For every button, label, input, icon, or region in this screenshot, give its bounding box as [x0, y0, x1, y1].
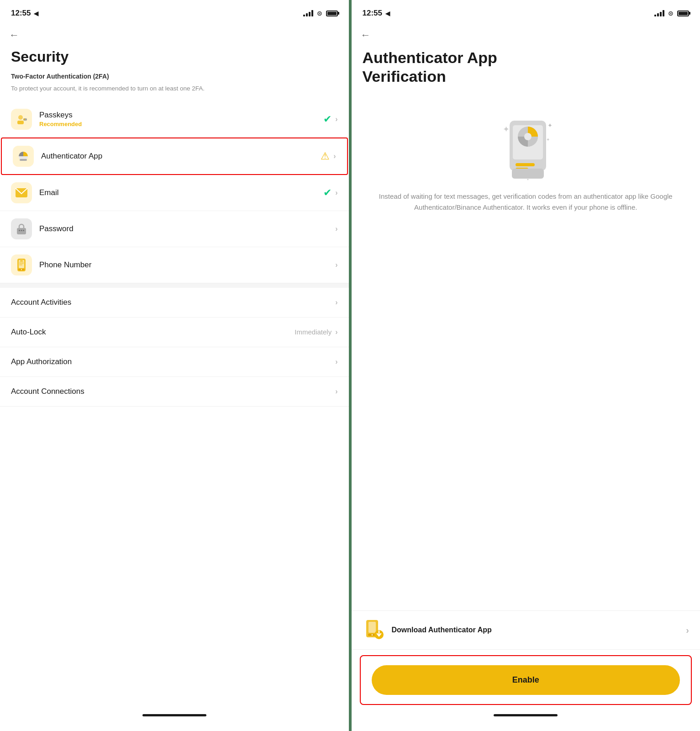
home-indicator-left — [142, 714, 206, 716]
svg-point-15 — [21, 269, 22, 270]
svg-text:✦: ✦ — [547, 122, 553, 129]
menu-item-auto-lock[interactable]: Auto-Lock Immediately › — [0, 318, 349, 347]
location-icon-left: ◀ — [34, 10, 38, 17]
svg-point-22 — [524, 133, 532, 140]
wifi-icon-left: ⊜ — [317, 10, 322, 17]
home-indicator-right — [494, 714, 558, 716]
authenticator-text: Authenticator App — [41, 152, 321, 161]
status-bar-left: 12:55 ◀ ⊜ — [0, 0, 349, 24]
phone-text: Phone Number — [39, 260, 335, 270]
battery-icon-right — [677, 11, 689, 16]
svg-rect-23 — [516, 163, 535, 166]
enable-button[interactable]: Enable — [372, 665, 680, 695]
account-connections-chevron: › — [335, 387, 337, 396]
svg-rect-8 — [19, 230, 20, 231]
password-icon — [11, 218, 32, 239]
menu-item-authenticator[interactable]: Authenticator App ⚠ › — [1, 138, 348, 175]
phone-title: Phone Number — [39, 260, 335, 270]
svg-point-3 — [24, 118, 25, 120]
svg-rect-31 — [368, 622, 376, 633]
battery-icon-left — [326, 11, 338, 16]
twofa-subtitle: To protect your account, it is recommend… — [0, 84, 349, 101]
menu-item-account-activities[interactable]: Account Activities › — [0, 288, 349, 318]
passkeys-chevron: › — [335, 115, 337, 123]
back-button-right[interactable]: ← — [352, 24, 700, 45]
status-icons-left: ⊜ — [303, 10, 338, 17]
svg-point-0 — [18, 115, 23, 120]
back-button-left[interactable]: ← — [0, 24, 349, 45]
signal-icon-left — [303, 10, 313, 16]
svg-rect-18 — [19, 265, 22, 265]
authenticator-icon — [13, 146, 34, 167]
svg-text:✦: ✦ — [503, 125, 510, 134]
menu-item-phone[interactable]: Phone Number › — [0, 247, 349, 283]
phone-chevron: › — [335, 261, 337, 269]
email-title: Email — [39, 188, 323, 197]
auth-description: Instead of waiting for text messages, ge… — [352, 180, 700, 227]
email-status-icon: ✔ — [323, 187, 332, 199]
wifi-icon-right: ⊜ — [668, 10, 674, 17]
passkeys-status-icon: ✔ — [323, 113, 332, 125]
section-divider-1 — [0, 283, 349, 288]
auto-lock-chevron: › — [335, 328, 337, 336]
download-icon — [363, 619, 384, 641]
status-time-right: 12:55 ◀ — [363, 9, 390, 18]
passkeys-title: Passkeys — [39, 111, 323, 120]
download-label: Download Authenticator App — [392, 626, 492, 634]
twofa-section-title: Two-Factor Authentication (2FA) — [0, 68, 349, 84]
page-title-right: Authenticator AppVerification — [352, 45, 700, 89]
menu-item-account-connections[interactable]: Account Connections › — [0, 377, 349, 407]
app-authorization-chevron: › — [335, 358, 337, 366]
phone-icon — [11, 254, 32, 275]
password-title: Password — [39, 224, 335, 233]
email-icon — [11, 182, 32, 203]
account-activities-chevron: › — [335, 298, 337, 307]
svg-point-33 — [371, 634, 373, 636]
security-panel: 12:55 ◀ ⊜ ← Security Two-Factor Authenti… — [0, 0, 352, 731]
authenticator-verification-panel: 12:55 ◀ ⊜ ← Authenticator AppVerificatio… — [352, 0, 700, 731]
status-bar-right: 12:55 ◀ ⊜ — [352, 0, 700, 24]
authenticator-title: Authenticator App — [41, 152, 321, 161]
passkeys-badge: Recommended — [39, 121, 323, 127]
svg-rect-1 — [17, 121, 24, 124]
auto-lock-label: Auto-Lock — [11, 328, 295, 337]
auth-illustration: ✦ ✦ ✦ — [352, 89, 700, 180]
menu-item-passkeys[interactable]: Passkeys Recommended ✔ › — [0, 101, 349, 138]
passkeys-text: Passkeys Recommended — [39, 111, 323, 127]
passkeys-icon — [11, 109, 32, 130]
email-chevron: › — [335, 189, 337, 197]
menu-item-password[interactable]: Password › — [0, 211, 349, 247]
svg-rect-9 — [21, 230, 22, 231]
email-text: Email — [39, 188, 323, 197]
authenticator-status-icon: ⚠ — [321, 150, 330, 162]
status-time-left: 12:55 ◀ — [11, 9, 38, 18]
svg-rect-5 — [20, 159, 27, 161]
location-icon-right: ◀ — [385, 10, 390, 17]
svg-rect-14 — [20, 260, 23, 261]
svg-rect-28 — [512, 169, 544, 179]
authenticator-chevron: › — [333, 152, 336, 160]
menu-item-email[interactable]: Email ✔ › — [0, 175, 349, 211]
status-icons-right: ⊜ — [654, 10, 689, 17]
svg-text:✦: ✦ — [546, 137, 550, 142]
svg-rect-17 — [19, 263, 24, 264]
menu-item-app-authorization[interactable]: App Authorization › — [0, 347, 349, 377]
password-text: Password — [39, 224, 335, 233]
enable-button-wrapper: Enable — [360, 655, 692, 705]
page-title-left: Security — [0, 45, 349, 68]
download-chevron: › — [686, 625, 689, 636]
account-activities-label: Account Activities — [11, 298, 335, 307]
download-authenticator-row[interactable]: Download Authenticator App › — [352, 610, 700, 650]
app-authorization-label: App Authorization — [11, 357, 335, 366]
svg-rect-16 — [19, 262, 24, 263]
account-connections-label: Account Connections — [11, 387, 335, 396]
signal-icon-right — [654, 10, 664, 16]
auto-lock-value: Immediately — [295, 328, 332, 336]
svg-rect-10 — [23, 230, 24, 231]
password-chevron: › — [335, 225, 337, 233]
